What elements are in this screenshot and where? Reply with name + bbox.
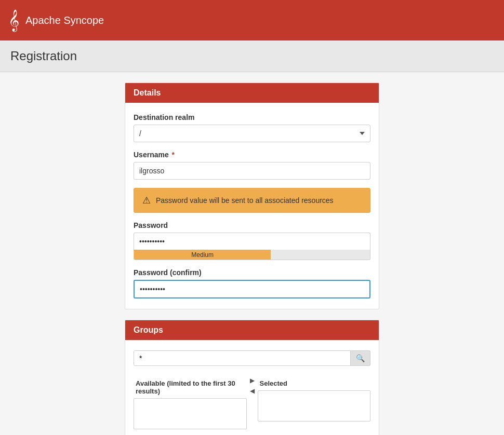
groups-selected-col: Selected — [258, 376, 371, 422]
logo-icon: 𝄞 — [8, 11, 19, 30]
username-label: Username * — [134, 151, 370, 159]
groups-arrows: ▶ ◀ — [247, 376, 258, 395]
main-content: Details Destination realm / Username * ⚠… — [0, 72, 504, 435]
password-confirm-input[interactable] — [134, 280, 370, 298]
app-header: 𝄞 Apache Syncope — [0, 0, 504, 40]
warning-icon: ⚠ — [142, 195, 151, 206]
warning-text: Password value will be sent to all assoc… — [156, 196, 334, 205]
search-icon: 🔍 — [356, 354, 365, 362]
password-warning-banner: ⚠ Password value will be sent to all ass… — [134, 188, 370, 213]
destination-realm-select[interactable]: / — [134, 125, 370, 142]
groups-selected-label: Selected — [258, 376, 371, 390]
groups-arrow-left-button[interactable]: ◀ — [248, 387, 257, 395]
logo: 𝄞 Apache Syncope — [8, 11, 104, 30]
groups-selected-list[interactable] — [258, 390, 371, 422]
groups-available-list[interactable] — [134, 398, 247, 429]
required-marker: * — [170, 151, 175, 159]
details-card-header: Details — [125, 83, 379, 103]
details-card: Details Destination realm / Username * ⚠… — [125, 83, 379, 309]
groups-search-button[interactable]: 🔍 — [351, 350, 370, 366]
strength-filled: Medium — [134, 250, 271, 260]
destination-realm-label: Destination realm — [134, 113, 370, 121]
username-input[interactable] — [134, 162, 370, 180]
details-card-body: Destination realm / Username * ⚠ Passwor… — [125, 103, 379, 309]
groups-available-label: Available (limited to the first 30 resul… — [134, 376, 247, 398]
destination-realm-group: Destination realm / — [134, 113, 370, 142]
password-group: Password Medium — [134, 221, 370, 260]
groups-search-row: 🔍 — [134, 350, 370, 366]
groups-arrow-right-button[interactable]: ▶ — [248, 376, 257, 385]
username-group: Username * — [134, 151, 370, 180]
password-confirm-label: Password (confirm) — [134, 268, 370, 277]
password-strength-bar: Medium — [134, 250, 370, 260]
password-input[interactable] — [134, 233, 370, 250]
groups-search-input[interactable] — [134, 350, 351, 366]
password-wrapper: Medium — [134, 233, 370, 260]
strength-empty — [271, 250, 370, 260]
groups-card-body: 🔍 Available (limited to the first 30 res… — [125, 340, 379, 435]
groups-card-header: Groups — [125, 320, 379, 340]
groups-available-col: Available (limited to the first 30 resul… — [134, 376, 247, 429]
groups-columns: Available (limited to the first 30 resul… — [134, 376, 370, 429]
page-title: Registration — [10, 49, 494, 63]
groups-card: Groups 🔍 Available (limited to the first… — [125, 320, 379, 435]
app-title: Apache Syncope — [25, 15, 104, 26]
page-title-bar: Registration — [0, 40, 504, 72]
password-label: Password — [134, 221, 370, 229]
password-confirm-group: Password (confirm) — [134, 268, 370, 298]
